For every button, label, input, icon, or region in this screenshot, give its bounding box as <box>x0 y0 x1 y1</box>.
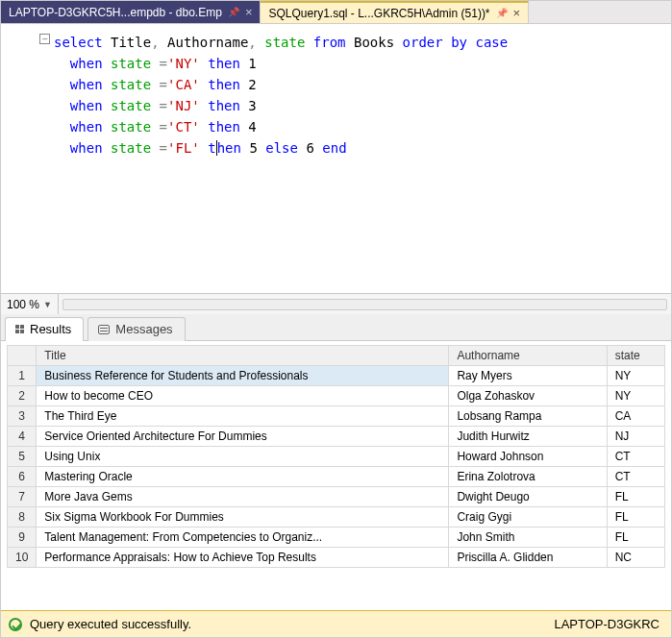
chevron-down-icon: ▼ <box>43 300 52 309</box>
cell-author[interactable]: Judith Hurwitz <box>449 427 607 447</box>
success-icon <box>9 618 22 631</box>
cell-title[interactable]: Using Unix <box>37 447 449 467</box>
cell-state[interactable]: NC <box>607 548 664 568</box>
pin-icon[interactable]: 📌 <box>496 8 508 18</box>
zoom-value: 100 % <box>7 298 39 311</box>
table-row[interactable]: 10Performance Appraisals: How to Achieve… <box>8 548 665 568</box>
cell-rownum[interactable]: 10 <box>8 548 37 568</box>
table-row[interactable]: 4Service Oriented Architecture For Dummi… <box>8 427 665 447</box>
header-title[interactable]: Title <box>37 346 449 366</box>
tab-label: Results <box>30 322 71 336</box>
close-icon[interactable]: × <box>245 5 253 19</box>
tab-label: Messages <box>115 322 172 336</box>
zoom-dropdown[interactable]: 100 % ▼ <box>1 294 59 314</box>
cell-rownum[interactable]: 7 <box>8 487 37 507</box>
cell-rownum[interactable]: 4 <box>8 427 37 447</box>
cell-author[interactable]: John Smith <box>449 528 607 548</box>
pin-icon[interactable]: 📌 <box>228 7 239 17</box>
cell-author[interactable]: Ray Myers <box>449 366 607 386</box>
cell-rownum[interactable]: 2 <box>8 386 37 406</box>
header-author[interactable]: Authorname <box>449 346 607 366</box>
cell-state[interactable]: NJ <box>607 427 664 447</box>
table-row[interactable]: 9Talent Management: From Competencies to… <box>8 528 665 548</box>
grid-icon <box>15 325 24 333</box>
cell-rownum[interactable]: 3 <box>8 406 37 427</box>
table-header-row: Title Authorname state <box>8 346 665 366</box>
code-fold-toggle[interactable]: − <box>39 34 50 44</box>
cell-title[interactable]: Business Reference for Students and Prof… <box>37 366 449 386</box>
cell-rownum[interactable]: 9 <box>8 528 37 548</box>
results-table: Title Authorname state 1Business Referen… <box>7 345 665 568</box>
tab-empdb[interactable]: LAPTOP-D3GKRC5H...empdb - dbo.Emp 📌 × <box>1 1 261 23</box>
cell-state[interactable]: FL <box>607 528 664 548</box>
table-row[interactable]: 5Using UnixHoward JohnsonCT <box>8 447 665 467</box>
cell-title[interactable]: Six Sigma Workbook For Dummies <box>37 507 449 528</box>
cell-state[interactable]: CT <box>607 467 664 487</box>
cell-title[interactable]: The Third Eye <box>37 406 449 427</box>
cell-title[interactable]: Service Oriented Architecture For Dummie… <box>37 427 449 447</box>
cell-state[interactable]: CA <box>607 406 664 427</box>
cell-rownum[interactable]: 8 <box>8 507 37 528</box>
messages-icon <box>98 325 110 334</box>
table-row[interactable]: 2How to become CEOOlga ZohaskovNY <box>8 386 665 406</box>
cell-title[interactable]: How to become CEO <box>37 386 449 406</box>
cell-state[interactable]: FL <box>607 487 664 507</box>
cell-author[interactable]: Erina Zolotrova <box>449 467 607 487</box>
cell-title[interactable]: Mastering Oracle <box>37 467 449 487</box>
cell-rownum[interactable]: 5 <box>8 447 37 467</box>
cell-author[interactable]: Craig Gygi <box>449 507 607 528</box>
table-row[interactable]: 6Mastering OracleErina ZolotrovaCT <box>8 467 665 487</box>
cell-state[interactable]: FL <box>607 507 664 528</box>
cell-rownum[interactable]: 1 <box>8 366 37 386</box>
horizontal-scrollbar[interactable] <box>62 299 667 310</box>
table-row[interactable]: 7More Java GemsDwight DeugoFL <box>8 487 665 507</box>
status-server: LAPTOP-D3GKRC <box>550 617 663 631</box>
results-grid[interactable]: Title Authorname state 1Business Referen… <box>1 341 671 610</box>
table-row[interactable]: 3The Third EyeLobsang RampaCA <box>8 406 665 427</box>
cell-author[interactable]: Howard Johnson <box>449 447 607 467</box>
zoom-bar: 100 % ▼ <box>1 293 671 314</box>
cell-rownum[interactable]: 6 <box>8 467 37 487</box>
table-row[interactable]: 8Six Sigma Workbook For DummiesCraig Gyg… <box>8 507 665 528</box>
header-state[interactable]: state <box>607 346 664 366</box>
cell-title[interactable]: More Java Gems <box>37 487 449 507</box>
cell-state[interactable]: NY <box>607 386 664 406</box>
tab-sqlquery[interactable]: SQLQuery1.sql - L...GKRC5H\Admin (51))* … <box>261 1 529 23</box>
tab-label: LAPTOP-D3GKRC5H...empdb - dbo.Emp <box>9 6 222 19</box>
cell-title[interactable]: Talent Management: From Competencies to … <box>37 528 449 548</box>
cell-state[interactable]: NY <box>607 366 664 386</box>
cell-author[interactable]: Dwight Deugo <box>449 487 607 507</box>
cell-title[interactable]: Performance Appraisals: How to Achieve T… <box>37 548 449 568</box>
table-row[interactable]: 1Business Reference for Students and Pro… <box>8 366 665 386</box>
cell-state[interactable]: CT <box>607 447 664 467</box>
sql-editor[interactable]: − select Title, Authorname, state from B… <box>1 24 671 293</box>
close-icon[interactable]: × <box>513 6 521 20</box>
tab-results[interactable]: Results <box>5 317 84 341</box>
header-rownum[interactable] <box>8 346 37 366</box>
status-bar: Query executed successfully. LAPTOP-D3GK… <box>1 610 671 637</box>
tab-label: SQLQuery1.sql - L...GKRC5H\Admin (51))* <box>268 7 489 20</box>
cell-author[interactable]: Priscilla A. Glidden <box>449 548 607 568</box>
status-message: Query executed successfully. <box>30 617 191 631</box>
document-tabbar: LAPTOP-D3GKRC5H...empdb - dbo.Emp 📌 × SQ… <box>1 1 671 24</box>
cell-author[interactable]: Lobsang Rampa <box>449 406 607 427</box>
results-panel-tabs: Results Messages <box>1 314 671 341</box>
cell-author[interactable]: Olga Zohaskov <box>449 386 607 406</box>
tab-messages[interactable]: Messages <box>87 317 185 341</box>
